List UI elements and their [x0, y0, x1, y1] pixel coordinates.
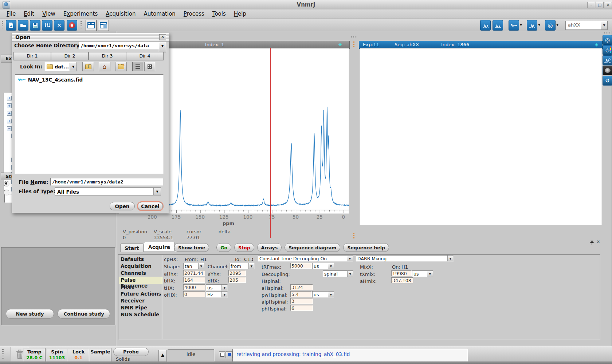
minimize-icon[interactable]: –	[587, 2, 595, 8]
nav-pulse-sequence[interactable]: Pulse Sequence	[119, 277, 163, 284]
spectrum-cursor[interactable]	[270, 48, 271, 238]
bhx-field[interactable]	[183, 277, 205, 283]
home-directory-field[interactable]	[79, 42, 160, 50]
display-spectrum-button[interactable]	[527, 20, 537, 31]
decoupling-combo[interactable]: spinal▼	[323, 270, 353, 277]
chevron-down-icon[interactable]: ▼	[347, 271, 353, 277]
new-fid-button[interactable]: +	[6, 20, 16, 31]
dialog-close-icon[interactable]: ✕	[159, 34, 166, 40]
list-view-button[interactable]	[132, 62, 143, 71]
close-panel-icon[interactable]: ✕	[596, 239, 600, 244]
ahhx-field[interactable]	[183, 270, 205, 276]
sequence-combo[interactable]: ahXX ▼	[565, 21, 608, 30]
chevron-down-icon[interactable]: ▼	[153, 188, 161, 195]
cancel-button[interactable]: Cancel	[138, 202, 163, 210]
nav-more[interactable]: More	[119, 284, 163, 291]
display-spectrum-a-button[interactable]	[480, 20, 491, 31]
right-display-area[interactable]	[360, 48, 602, 225]
ahmix-field[interactable]	[391, 277, 413, 283]
menu-experiments[interactable]: Experiments	[59, 9, 102, 19]
thx-field[interactable]	[183, 284, 205, 290]
detail-view-button[interactable]	[144, 62, 155, 71]
tab-acquire[interactable]: Acquire	[144, 242, 174, 251]
chevron-down-icon[interactable]: ▼	[328, 263, 334, 269]
expand-icon[interactable]: +	[7, 103, 12, 108]
menu-process[interactable]: Process	[180, 9, 208, 19]
ofhx-unit-combo[interactable]: Hz▼	[206, 291, 228, 298]
new-study-button[interactable]: New study	[6, 309, 54, 318]
temp-button[interactable]: Temp28.0 C	[23, 348, 46, 363]
chevron-down-icon[interactable]: ▼	[221, 285, 227, 290]
chevron-down-icon[interactable]: ▼	[328, 292, 334, 297]
sequence-help-button[interactable]: Sequence help	[343, 243, 389, 252]
stop-button[interactable]	[67, 20, 77, 31]
right-panel-header[interactable]: Exp:11 Seq: ahXX Index: 1866 ◈	[359, 41, 603, 49]
menu-file[interactable]: File	[3, 9, 20, 19]
close-icon[interactable]: ✕	[604, 2, 612, 8]
dir-button-1[interactable]: Dir 1	[13, 52, 51, 60]
trfmax-unit-combo[interactable]: us▼	[312, 263, 334, 269]
spectrum-dropdown-arrow-icon[interactable]: ▼	[538, 23, 540, 27]
splitter-handle[interactable]	[353, 41, 354, 48]
up-folder-button[interactable]: ↑	[82, 62, 94, 71]
parameters-button[interactable]	[42, 20, 52, 31]
expand-status-button[interactable]: ▲	[158, 350, 167, 363]
pwhspinal-unit-combo[interactable]: us▼	[312, 291, 334, 298]
file-list[interactable]: NAV_13C_4scans.fid	[15, 74, 164, 174]
tab-start[interactable]: Start	[120, 244, 144, 252]
layout-horizontal-button[interactable]	[86, 20, 97, 31]
dialog-title-bar[interactable]: Open	[12, 33, 169, 41]
continue-study-button[interactable]: Continue study	[58, 309, 110, 318]
nav-future-actions[interactable]: Future Actions	[119, 290, 163, 298]
message-toggle-button[interactable]	[219, 351, 225, 358]
dir-button-2[interactable]: Dir 2	[51, 52, 89, 60]
nav-nmr-pipe[interactable]: NMR Pipe	[119, 304, 163, 312]
dir-button-4[interactable]: Dir 4	[126, 52, 164, 60]
chevron-down-icon[interactable]: ▼	[70, 63, 76, 71]
expand-icon[interactable]: +	[7, 119, 12, 123]
menu-edit[interactable]: Edit	[20, 9, 38, 19]
arrays-button[interactable]: Arrays	[257, 243, 282, 252]
channel-combo[interactable]: from▼	[229, 263, 255, 269]
target-tool-button[interactable]: ◎	[603, 35, 612, 45]
display-target-button[interactable]: ◎	[545, 20, 556, 31]
lock-button[interactable]: Lock0.1	[67, 348, 90, 363]
overlay-spectra-button[interactable]	[603, 55, 612, 65]
chevron-down-icon[interactable]: ▼	[198, 263, 204, 269]
sample-button[interactable]: Sample	[89, 348, 111, 363]
dhx-field[interactable]	[228, 277, 246, 283]
layout-vertical-button[interactable]	[98, 20, 109, 31]
menu-view[interactable]: View	[38, 9, 59, 19]
home-directory-dropdown[interactable]: ▼	[159, 42, 166, 52]
cancel-command-button[interactable]: ✕	[54, 20, 64, 31]
constant-time-combo[interactable]: Constant-time Decoupling On▼	[258, 255, 353, 262]
message-log-button[interactable]	[226, 351, 232, 358]
image-tool-button[interactable]	[603, 66, 612, 75]
alphspinal-field[interactable]	[290, 298, 313, 304]
look-in-combo[interactable]: dat... ▼	[45, 62, 77, 71]
chevron-down-icon[interactable]: ▼	[347, 256, 353, 261]
menu-acquisition[interactable]: Acquisition	[102, 9, 140, 19]
chevron-down-icon[interactable]: ▼	[427, 271, 433, 277]
sequence-diagram-button[interactable]: Sequence diagram	[285, 243, 340, 252]
pwhspinal-field[interactable]	[290, 291, 312, 297]
new-folder-button[interactable]: ✳	[115, 62, 127, 71]
nav-acquisition[interactable]: Acquisition	[119, 263, 163, 270]
ahspinal-field[interactable]	[290, 284, 313, 290]
open-folder-button[interactable]	[18, 20, 28, 31]
dir-button-3[interactable]: Dir 3	[89, 52, 126, 60]
shape-combo[interactable]: tan▼	[183, 263, 204, 269]
chevron-down-icon[interactable]: ▼	[601, 21, 607, 29]
chevron-down-icon[interactable]: ▼	[221, 292, 227, 297]
study-radio-1[interactable]	[4, 181, 9, 187]
probe-button[interactable]: Probe	[113, 348, 149, 356]
nav-channels[interactable]: Channels	[119, 270, 163, 277]
thx-unit-combo[interactable]: us▼	[206, 284, 228, 291]
maximize-icon[interactable]: □	[596, 2, 604, 8]
menu-automation[interactable]: Automation	[140, 9, 179, 19]
target-dropdown-arrow-icon[interactable]: ▼	[556, 23, 558, 27]
files-of-type-combo[interactable]: All Files ▼	[55, 187, 161, 196]
ofhx-field[interactable]	[183, 291, 205, 297]
collapse-icon[interactable]: −	[7, 126, 12, 131]
splitter-grip[interactable]	[351, 36, 357, 37]
